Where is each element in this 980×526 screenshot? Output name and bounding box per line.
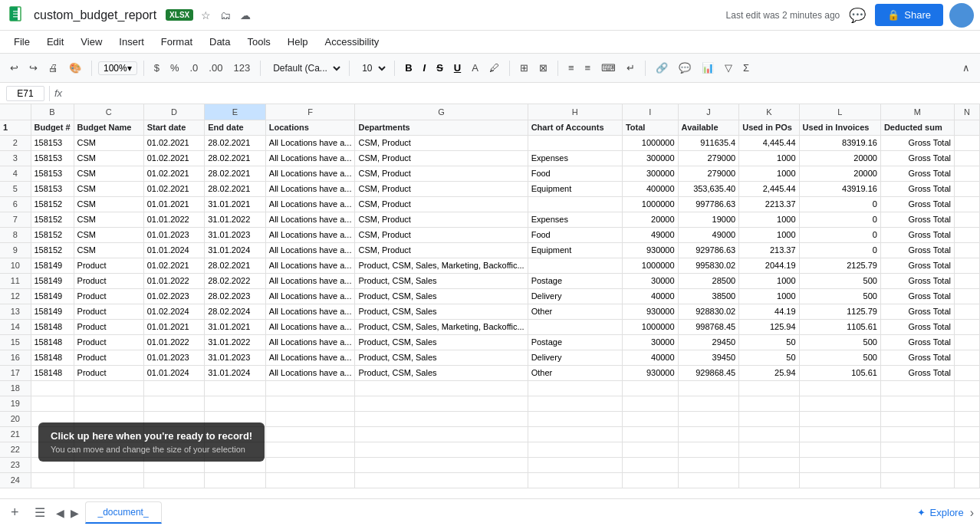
cloud-icon[interactable]: ☁ [240,9,251,21]
budget-hash-cell[interactable]: 158149 [31,273,74,288]
cell-reference-input[interactable] [6,86,44,101]
highlight-button[interactable]: 🖊 [485,60,503,76]
extra-cell[interactable] [954,150,979,166]
budget-name-cell[interactable]: CSM [74,227,143,242]
end-date-cell[interactable]: 31.01.2022 [205,334,266,350]
used-in-invoices-cell[interactable]: 500 [799,350,880,365]
start-date-cell[interactable]: 01.01.2024 [143,365,205,380]
table-row[interactable]: 18 [0,380,980,396]
budget-hash-cell[interactable]: 158148 [31,319,74,334]
table-row[interactable]: 3158153CSM01.02.202128.02.2021All Locati… [0,150,980,166]
row-num-cell[interactable]: 6 [0,196,31,212]
start-date-cell[interactable]: 01.01.2023 [143,350,205,365]
table-row[interactable]: 13158149Product01.02.202428.02.2024All L… [0,304,980,319]
row-num-cell[interactable]: 11 [0,273,31,288]
align-left-button[interactable]: ≡ [564,60,578,76]
col-header-d[interactable]: D [143,104,205,120]
available-cell[interactable]: 998768.45 [678,319,739,334]
used-in-invoices-cell[interactable]: 500 [799,273,880,288]
chart-of-accounts-cell[interactable]: Expenses [528,212,622,227]
locations-cell[interactable] [265,457,355,472]
total-cell[interactable] [622,411,678,426]
used-in-invoices-cell[interactable]: 2125.79 [799,258,880,273]
chart-button[interactable]: 📊 [698,60,718,76]
deducted-sum-cell[interactable]: Gross Total [880,150,954,166]
col-header-e[interactable]: E [205,104,266,120]
chart-of-accounts-cell[interactable] [528,457,622,472]
used-in-pos-cell[interactable]: 1000 [739,166,799,181]
available-cell[interactable]: 995830.02 [678,258,739,273]
available-cell[interactable]: 929868.45 [678,365,739,380]
budget-name-cell[interactable]: Product [74,350,143,365]
table-row[interactable]: 17158148Product01.01.202431.01.2024All L… [0,365,980,380]
deducted-sum-cell[interactable]: Gross Total [880,135,954,150]
total-cell[interactable]: 1000000 [622,258,678,273]
vertical-align-button[interactable]: ⌨ [597,60,620,76]
align-center-button[interactable]: ≡ [580,60,594,76]
departments-cell[interactable] [355,380,528,396]
locations-cell[interactable] [265,380,355,396]
row-num-cell[interactable]: 21 [0,426,31,442]
link-button[interactable]: 🔗 [652,60,672,76]
strikethrough-button[interactable]: S [432,60,447,76]
budget-name-cell[interactable]: Product [74,319,143,334]
sheet-tab-document[interactable]: _document_ [85,501,162,524]
menu-tools[interactable]: Tools [239,33,278,51]
menu-file[interactable]: File [6,33,38,51]
deducted-sum-cell[interactable]: Gross Total [880,196,954,212]
chart-of-accounts-cell[interactable]: Delivery [528,288,622,304]
start-date-cell[interactable]: 01.01.2022 [143,212,205,227]
budget-hash-cell[interactable] [31,472,74,488]
extra-cell[interactable] [954,242,979,258]
end-date-cell[interactable] [205,472,266,488]
row-num-cell[interactable]: 15 [0,334,31,350]
extra-cell[interactable] [954,411,979,426]
deducted-sum-cell[interactable]: Gross Total [880,166,954,181]
budget-name-cell[interactable] [74,472,143,488]
chart-of-accounts-cell[interactable] [528,396,622,411]
row-num-cell[interactable]: 14 [0,319,31,334]
end-date-cell[interactable] [205,380,266,396]
folder-icon[interactable]: 🗂 [220,9,231,21]
end-date-cell[interactable]: 28.02.2021 [205,258,266,273]
used-in-pos-cell[interactable]: 125.94 [739,319,799,334]
undo-button[interactable]: ↩ [6,60,22,76]
table-row[interactable]: 15158148Product01.01.202231.01.2022All L… [0,334,980,350]
available-cell[interactable]: 28500 [678,273,739,288]
locations-cell[interactable] [265,442,355,457]
text-color-button[interactable]: A [468,60,482,76]
locations-cell[interactable]: All Locations have a... [265,288,355,304]
used-in-invoices-cell[interactable]: 43919.16 [799,181,880,196]
end-date-cell[interactable] [205,396,266,411]
start-date-cell[interactable]: 01.02.2021 [143,166,205,181]
total-cell[interactable] [622,442,678,457]
departments-cell[interactable]: CSM, Product [355,227,528,242]
departments-cell[interactable]: CSM, Product [355,181,528,196]
row-num-cell[interactable]: 7 [0,212,31,227]
available-cell[interactable]: 39450 [678,350,739,365]
row-num-cell[interactable]: 18 [0,380,31,396]
extra-cell[interactable] [954,442,979,457]
used-in-pos-cell[interactable]: 1000 [739,288,799,304]
budget-hash-cell[interactable]: 158152 [31,212,74,227]
budget-hash-cell[interactable]: 158153 [31,150,74,166]
budget-hash-cell[interactable]: 158152 [31,227,74,242]
used-in-invoices-cell[interactable]: 20000 [799,166,880,181]
departments-cell[interactable]: CSM, Product [355,166,528,181]
extra-cell[interactable] [954,426,979,442]
available-cell[interactable] [678,457,739,472]
table-row[interactable]: 8158152CSM01.01.202331.01.2023All Locati… [0,227,980,242]
row-num-cell[interactable]: 13 [0,304,31,319]
currency-button[interactable]: $ [150,60,163,76]
budget-name-cell[interactable] [74,396,143,411]
end-date-cell[interactable]: 31.01.2023 [205,350,266,365]
scroll-sheets-left-button[interactable]: ◀ [56,507,64,519]
locations-cell[interactable]: All Locations have a... [265,181,355,196]
available-cell[interactable]: 997786.63 [678,196,739,212]
col-header-k[interactable]: K [739,104,799,120]
extra-cell[interactable] [954,472,979,488]
chart-of-accounts-cell[interactable] [528,319,622,334]
deducted-sum-cell[interactable]: Gross Total [880,365,954,380]
zoom-box[interactable]: 100% ▾ [98,61,137,75]
extra-cell[interactable] [954,365,979,380]
